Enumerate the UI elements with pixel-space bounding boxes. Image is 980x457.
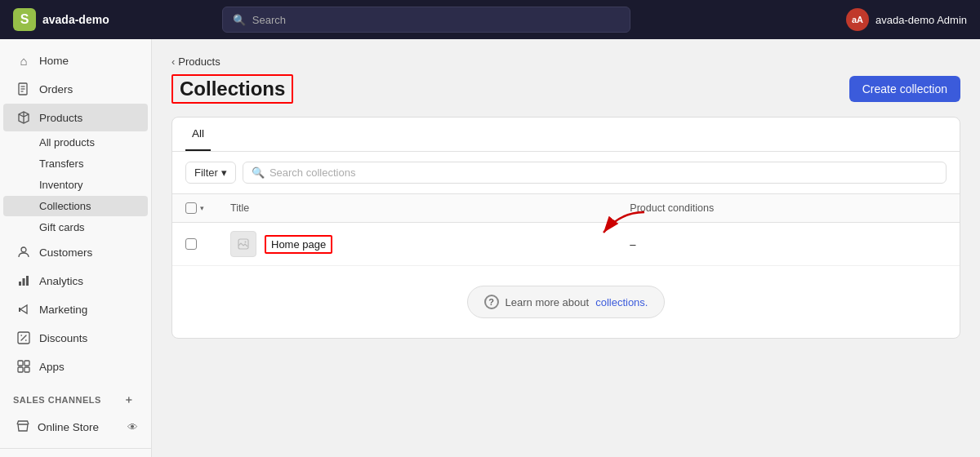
collections-table: ▾ Title Product conditions: [172, 194, 960, 266]
sidebar-item-apps[interactable]: Apps: [3, 353, 148, 380]
user-avatar: aA: [846, 8, 869, 31]
sidebar-label-orders: Orders: [39, 83, 73, 95]
sidebar: ⌂ Home Orders Products All products Tran…: [0, 39, 152, 457]
sidebar-sub-gift-cards[interactable]: Gift cards: [3, 217, 148, 237]
svg-rect-10: [24, 361, 29, 366]
logo[interactable]: S avada-demo: [13, 8, 109, 31]
marketing-icon: [16, 302, 31, 317]
sidebar-label-home: Home: [39, 55, 69, 67]
table-row: Home page: [172, 223, 960, 266]
sidebar-label-customers: Customers: [39, 246, 92, 259]
th-conditions: Product conditions: [617, 194, 960, 223]
orders-icon: [16, 82, 31, 96]
breadcrumb-products-link[interactable]: Products: [178, 55, 220, 68]
collections-card: All Filter ▾ 🔍: [172, 117, 960, 339]
breadcrumb: ‹ Products: [172, 55, 960, 68]
sidebar-item-customers[interactable]: Customers: [3, 238, 148, 266]
logo-icon: S: [13, 8, 36, 31]
svg-rect-6: [23, 278, 25, 286]
main-content: ‹ Products Collections Create collection…: [152, 39, 980, 457]
sidebar-sub-transfers[interactable]: Transfers: [3, 153, 148, 174]
sidebar-label-analytics: Analytics: [39, 275, 83, 287]
add-sales-channel-btn[interactable]: ＋: [120, 391, 138, 409]
sidebar-label-discounts: Discounts: [39, 332, 87, 344]
row-title-cell: Home page: [217, 223, 617, 266]
svg-rect-9: [18, 361, 23, 366]
svg-point-15: [245, 242, 247, 243]
card-tabs: All: [172, 118, 960, 152]
layout: ⌂ Home Orders Products All products Tran…: [0, 39, 980, 457]
user-name: avada-demo Admin: [875, 14, 967, 26]
sidebar-footer: Settings: [0, 448, 151, 457]
learn-more-box: ? Learn more about collections.: [467, 286, 666, 318]
collection-home-page-link[interactable]: Home page: [265, 235, 332, 254]
analytics-icon: [16, 273, 31, 288]
sidebar-sub-inventory[interactable]: Inventory: [3, 175, 148, 195]
collection-thumbnail: [230, 231, 256, 257]
sidebar-label-products: Products: [39, 112, 82, 124]
learn-more-section: ? Learn more about collections.: [172, 266, 960, 338]
table-head: ▾ Title Product conditions: [172, 194, 960, 223]
apps-icon: [16, 359, 31, 374]
home-icon: ⌂: [16, 53, 31, 68]
search-box[interactable]: 🔍 Search: [222, 7, 630, 33]
filter-label: Filter: [194, 166, 218, 179]
sidebar-item-orders[interactable]: Orders: [3, 75, 148, 103]
online-store-label: Online Store: [38, 421, 99, 433]
row-checkbox[interactable]: [185, 238, 197, 250]
sidebar-item-home[interactable]: ⌂ Home: [3, 47, 148, 74]
select-all-checkbox[interactable]: [185, 202, 197, 214]
discounts-icon: [16, 331, 31, 345]
th-checkbox: ▾: [172, 194, 217, 223]
card-toolbar: Filter ▾ 🔍: [172, 152, 960, 194]
row-conditions-cell: –: [617, 223, 960, 266]
th-title: Title: [217, 194, 617, 223]
search-icon: 🔍: [233, 14, 246, 26]
breadcrumb-arrow: ‹: [172, 55, 175, 68]
sidebar-label-marketing: Marketing: [39, 304, 87, 316]
svg-rect-7: [26, 276, 29, 286]
online-store-icon: [16, 419, 29, 435]
svg-rect-12: [24, 367, 29, 372]
sidebar-nav: ⌂ Home Orders Products All products Tran…: [0, 39, 151, 448]
sidebar-item-online-store[interactable]: Online Store 👁: [3, 413, 148, 441]
tab-all[interactable]: All: [185, 118, 211, 151]
sidebar-sub-all-products[interactable]: All products: [3, 132, 148, 153]
user-menu[interactable]: aA avada-demo Admin: [846, 8, 967, 31]
topnav: S avada-demo 🔍 Search aA avada-demo Admi…: [0, 0, 980, 39]
sidebar-label-apps: Apps: [39, 361, 65, 373]
help-icon: ?: [484, 295, 499, 309]
filter-button[interactable]: Filter ▾: [185, 162, 236, 184]
svg-point-4: [21, 247, 26, 252]
sidebar-item-marketing[interactable]: Marketing: [3, 295, 148, 323]
create-collection-button[interactable]: Create collection: [849, 76, 960, 102]
customers-icon: [16, 245, 31, 260]
search-icon: 🔍: [252, 166, 265, 179]
collections-help-link[interactable]: collections.: [595, 296, 648, 308]
sales-channels-section: SALES CHANNELS ＋: [0, 381, 151, 412]
table-body: Home page: [172, 223, 960, 266]
sidebar-item-discounts[interactable]: Discounts: [3, 324, 148, 352]
page-title: Collections: [172, 74, 293, 104]
products-icon: [16, 110, 31, 125]
search-bar: 🔍 Search: [222, 7, 630, 33]
store-name: avada-demo: [42, 13, 109, 26]
sidebar-sub-collections[interactable]: Collections: [3, 196, 148, 216]
collections-search[interactable]: 🔍: [243, 162, 947, 184]
filter-chevron-icon: ▾: [221, 166, 227, 179]
collections-search-input[interactable]: [270, 166, 938, 179]
search-placeholder: Search: [252, 14, 286, 26]
svg-rect-5: [19, 282, 21, 286]
row-checkbox-cell: [172, 223, 217, 266]
sidebar-item-products[interactable]: Products: [3, 104, 148, 131]
page-header: Collections Create collection: [172, 74, 960, 104]
svg-rect-11: [18, 367, 23, 372]
online-store-eye-icon[interactable]: 👁: [123, 418, 141, 436]
sidebar-item-analytics[interactable]: Analytics: [3, 267, 148, 295]
learn-more-text: Learn more about: [506, 296, 590, 308]
checkbox-chevron-icon[interactable]: ▾: [200, 204, 204, 212]
